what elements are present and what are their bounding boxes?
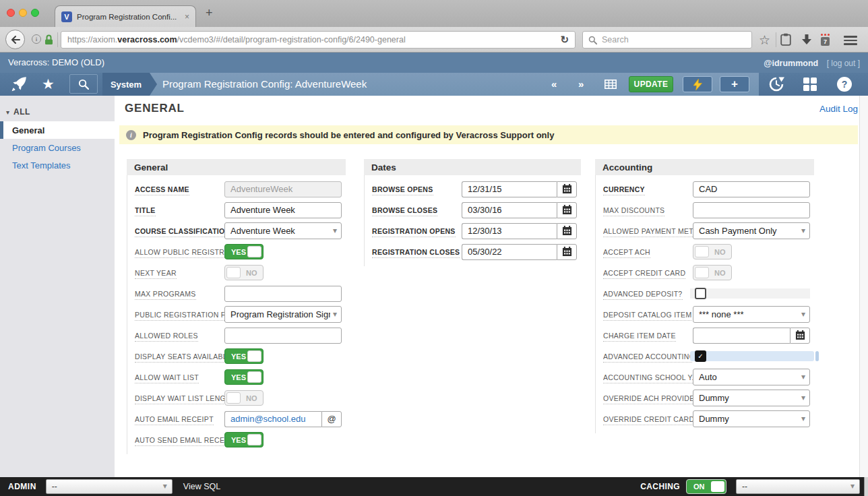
bookmark-star-icon[interactable]: ☆ [759, 32, 770, 48]
browser-search-field[interactable]: Search [582, 31, 752, 49]
close-tab-icon[interactable]: × [185, 12, 189, 22]
add-record-button[interactable]: + [720, 76, 749, 92]
next-record-button[interactable]: » [578, 73, 584, 96]
sidebar-group-all[interactable]: ▾ ALL [0, 102, 115, 121]
browse-closes-input[interactable] [462, 202, 557, 218]
audit-log-link[interactable]: Audit Log [819, 104, 858, 114]
favorites-star-icon[interactable]: ★ [42, 73, 55, 95]
registration-closes-input[interactable] [462, 244, 557, 260]
minimize-window-button[interactable] [19, 9, 27, 17]
new-tab-button[interactable]: + [206, 6, 213, 20]
public-registration-form-select[interactable]: Program Registration Signup...▾ [224, 306, 342, 323]
allow-public-registration-toggle[interactable]: YES [224, 244, 264, 259]
override-ach-provider-select[interactable]: Dummy▾ [693, 390, 810, 406]
at-addon-button[interactable]: @ [321, 411, 342, 427]
update-button[interactable]: UPDATE [629, 76, 673, 92]
accept-credit-card-toggle[interactable]: NO [693, 265, 732, 280]
course-classification-select[interactable]: Adventure Week▾ [224, 222, 342, 239]
url-path: /vcdemo3/#/detail/program-registration-c… [177, 35, 406, 44]
browser-tab[interactable]: V Program Registration Confi... × [55, 5, 196, 27]
auto-email-receipt-input[interactable] [224, 411, 321, 427]
reload-icon[interactable]: ↻ [560, 34, 569, 46]
panel-title: General [127, 159, 346, 175]
field-row: AUTO SEND EMAIL RECEI... YES [127, 429, 346, 450]
display-wait-list-length-toggle[interactable]: NO [224, 390, 264, 406]
page-info-icon[interactable]: i [32, 34, 41, 44]
field-row: ACCEPT ACH NO [596, 241, 814, 262]
footer-right-select[interactable]: --▾ [736, 479, 860, 494]
accept-ach-toggle[interactable]: NO [693, 244, 732, 259]
admin-report-select[interactable]: --▾ [46, 479, 173, 494]
row-highlight [690, 288, 810, 299]
extension-badge-icon[interactable]: 7 [821, 37, 830, 46]
back-button[interactable] [5, 30, 25, 49]
next-year-toggle[interactable]: NO [224, 265, 264, 280]
calendar-icon[interactable] [557, 223, 577, 239]
allowed-payment-methods-select[interactable]: Cash Payment Only▾ [693, 222, 810, 239]
sidebar-item-program-courses[interactable]: Program Courses [0, 139, 115, 156]
menu-icon[interactable] [844, 36, 857, 47]
allow-wait-list-toggle[interactable]: YES [224, 369, 264, 385]
back-arrow-icon [11, 36, 20, 44]
toggle-state: YES [231, 248, 246, 256]
max-programs-input[interactable] [224, 286, 342, 302]
browser-toolbar: i https://axiom.veracross.com/vcdemo3/#/… [0, 27, 868, 53]
currency-input[interactable] [693, 181, 810, 197]
sidebar-item-text-templates[interactable]: Text Templates [0, 156, 115, 174]
badge-count: 7 [824, 38, 827, 45]
zoom-window-button[interactable] [31, 9, 39, 17]
calendar-icon[interactable] [557, 202, 577, 218]
rocket-icon[interactable] [10, 75, 28, 96]
deposit-catalog-item-select[interactable]: *** none ***▾ [693, 306, 810, 323]
override-credit-card-select[interactable]: Dummy▾ [693, 410, 810, 427]
actions-button[interactable] [683, 76, 712, 92]
calendar-icon[interactable] [557, 244, 577, 260]
field-label: REGISTRATION OPENS [372, 227, 456, 237]
view-sql-link[interactable]: View SQL [183, 482, 220, 491]
charge-item-date-input[interactable] [693, 328, 790, 344]
access-name-input[interactable] [224, 181, 342, 197]
calendar-icon[interactable] [790, 328, 810, 344]
sidebar-item-general[interactable]: General [0, 121, 115, 139]
title-input[interactable] [224, 202, 342, 218]
advanced-deposit-checkbox[interactable] [695, 288, 706, 299]
chevron-down-icon: ▾ [850, 481, 855, 491]
apps-grid-icon[interactable] [803, 78, 817, 94]
registration-opens-input[interactable] [462, 223, 557, 239]
toggle-knob [247, 434, 261, 445]
close-window-button[interactable] [7, 9, 15, 17]
display-seats-available-toggle[interactable]: YES [224, 348, 264, 364]
select-value: Program Registration Signup... [230, 309, 330, 319]
plus-icon: + [731, 78, 738, 91]
auto-send-email-receipt-toggle[interactable]: YES [224, 432, 264, 447]
toggle-knob [695, 246, 709, 257]
breadcrumb-system[interactable]: System [102, 73, 150, 96]
list-view-icon[interactable] [604, 80, 617, 92]
scrollbar-track[interactable] [859, 96, 868, 477]
previous-record-button[interactable]: « [551, 73, 557, 96]
toggle-state: NO [714, 248, 726, 256]
nav-search-button[interactable] [69, 74, 98, 94]
row-highlight-cap [815, 351, 819, 361]
logout-link[interactable]: [ log out ] [827, 59, 860, 68]
max-discounts-input[interactable] [693, 202, 810, 218]
calendar-icon[interactable] [557, 181, 577, 197]
browse-opens-input[interactable] [462, 181, 557, 197]
toggle-state: NO [714, 269, 726, 277]
clipboard-icon[interactable] [780, 33, 791, 49]
current-user: @idrummond [764, 59, 818, 68]
caching-toggle[interactable]: ON [686, 479, 726, 494]
url-bar[interactable]: https://axiom.veracross.com/vcdemo3/#/de… [61, 31, 576, 49]
field-row: NEXT YEAR NO [127, 262, 346, 283]
downloads-icon[interactable] [801, 34, 812, 47]
accounting-school-year-select[interactable]: Auto▾ [693, 369, 810, 385]
advanced-accounting-checkbox[interactable]: ✓ [695, 350, 706, 362]
history-icon[interactable] [768, 76, 784, 95]
allowed-roles-input[interactable] [224, 328, 342, 344]
field-row: ACCEPT CREDIT CARD NO [596, 262, 814, 283]
sidebar: ▾ ALL General Program Courses Text Templ… [0, 96, 115, 477]
chevron-down-icon: ▾ [801, 372, 805, 381]
field-label: ALLOW WAIT LIST [135, 373, 199, 383]
help-icon[interactable]: ? [837, 77, 852, 92]
field-label: OVERRIDE ACH PROVIDER [603, 394, 693, 404]
